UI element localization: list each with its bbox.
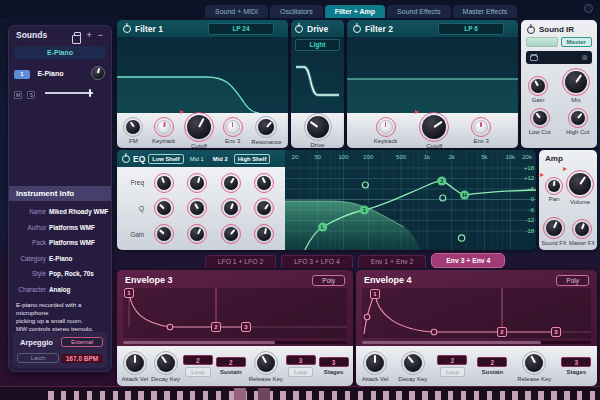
sound-fx-knob[interactable] [546,220,562,236]
eq-node-mid2[interactable]: 2 [437,176,446,185]
ir-lowcut-knob[interactable] [533,111,547,125]
eq-graph[interactable]: L 1 2 H 20 50 100 200 500 1k 2k 5k 10k 2… [285,150,536,250]
eq-gain-knob[interactable] [190,227,204,241]
pan-knob[interactable] [548,180,560,192]
tab-env3-env4[interactable]: Env 3 + Env 4 [431,253,505,268]
bpm-display[interactable]: 167.0 BPM [61,354,103,363]
eq-q-knob[interactable] [224,201,238,215]
env-node-1[interactable]: 1 [125,289,134,298]
decay-key-knob[interactable] [404,354,422,372]
folder-icon[interactable] [530,55,538,61]
filter1-mode-dropdown[interactable]: LP 24 [208,23,274,35]
loop-button[interactable]: Loop [440,367,465,377]
envelope3-graph[interactable]: 1 2 3 [123,288,347,338]
eq-gain-knob[interactable] [224,227,238,241]
eq-handle[interactable] [362,182,368,188]
drive-knob[interactable] [307,116,329,138]
clear-ir-icon[interactable]: ⊗ [581,54,588,62]
eq-node-high[interactable]: H [460,190,469,199]
eq-gain-knob[interactable] [257,227,271,241]
eq-band-low-shelf[interactable]: Low Shelf [148,154,183,164]
envelope4-scrollbar[interactable] [362,341,591,344]
sound-pan-knob[interactable] [91,66,105,80]
power-icon[interactable] [353,25,361,33]
ir-file-bar[interactable]: ⊗ [526,51,592,64]
eq-freq-knob[interactable] [224,176,238,190]
mute-button[interactable]: M [14,91,22,99]
attack-vel-knob[interactable] [126,354,144,372]
sustain-value[interactable]: 2 [477,357,507,367]
stages-value[interactable]: 3 [319,357,349,367]
eq-node-mid1[interactable]: 1 [360,205,369,214]
loop-end-value[interactable]: 3 [286,355,316,365]
arpeggio-latch-button[interactable]: Latch [17,353,59,363]
loop-start-value[interactable]: 2 [183,355,213,365]
pressed-key[interactable] [258,388,270,400]
ir-slot-button[interactable] [526,37,558,47]
fm-knob[interactable] [126,120,140,134]
solo-button[interactable]: S [27,91,35,99]
env3-amount-knob[interactable] [226,120,240,134]
ir-mix-knob[interactable] [565,71,587,93]
filter2-curve-display[interactable] [347,37,518,113]
sustain-value[interactable]: 2 [216,357,246,367]
envelope4-graph[interactable]: 1 2 3 [362,288,591,338]
resonance-knob[interactable] [258,119,274,135]
eq-freq-knob[interactable] [157,176,171,190]
eq-q-knob[interactable] [257,201,271,215]
power-icon[interactable] [123,25,131,33]
loop-button[interactable]: Loop [288,367,313,377]
duplicate-sound-icon[interactable] [74,32,81,39]
eq-handle[interactable] [440,195,446,201]
keytrack-knob[interactable] [379,120,393,134]
tab-sound-effects[interactable]: Sound Effects [387,5,450,18]
ir-highcut-knob[interactable] [571,111,585,125]
env3-amount-knob[interactable] [474,120,488,134]
power-icon[interactable] [527,26,535,34]
header-circle-icon[interactable] [584,4,593,13]
eq-band-mid2[interactable]: Mid 2 [210,155,231,163]
sound-volume-slider[interactable] [45,92,93,94]
eq-q-knob[interactable] [157,201,171,215]
eq-node-low[interactable]: L [318,222,327,231]
ir-gain-knob[interactable] [531,79,545,93]
ir-route-button[interactable]: Master [561,37,593,47]
loop-button[interactable]: Loop [185,367,210,377]
env-node-2[interactable]: 2 [498,328,507,337]
env-handle[interactable] [364,314,370,320]
tab-master-effects[interactable]: Master Effects [453,5,518,18]
env-node-2[interactable]: 2 [212,323,221,332]
env-node-1[interactable]: 1 [371,290,380,299]
power-icon[interactable] [295,25,303,33]
eq-freq-knob[interactable] [257,176,271,190]
eq-freq-knob[interactable] [190,176,204,190]
add-sound-button[interactable]: + [85,31,92,39]
master-fx-knob[interactable] [575,222,589,236]
power-icon[interactable] [122,155,130,163]
arpeggio-external-button[interactable]: External [61,337,103,347]
env-handle[interactable] [167,324,173,330]
filter2-mode-dropdown[interactable]: LP 6 [438,23,504,35]
release-key-knob[interactable] [257,354,275,372]
loop-value[interactable]: 2 [437,355,467,365]
tab-filter-amp[interactable]: Filter + Amp [325,5,385,18]
remove-sound-button[interactable]: − [97,31,104,39]
volume-knob[interactable] [569,173,591,195]
cutoff-knob[interactable] [187,115,211,139]
preset-selector[interactable]: E-Piano [14,46,106,59]
decay-key-knob[interactable] [157,354,175,372]
env-node-3[interactable]: 3 [242,323,251,332]
stages-value[interactable]: 3 [561,357,591,367]
eq-gain-knob[interactable] [157,227,171,241]
env-node-3[interactable]: 3 [552,328,561,337]
release-key-knob[interactable] [525,354,543,372]
voice-mode-button[interactable]: Poly [312,275,345,286]
tab-sound-midi[interactable]: Sound + MIDI [205,5,268,18]
tab-lfo3-lfo4[interactable]: LFO 3 + LFO 4 [281,255,353,268]
attack-vel-knob[interactable] [366,354,384,372]
filter1-curve-display[interactable] [117,37,288,113]
tab-oscillators[interactable]: Oscillators [270,5,323,18]
eq-band-mid1[interactable]: Mid 1 [187,155,207,163]
voice-mode-button[interactable]: Poly [556,275,589,286]
eq-handle[interactable] [458,235,464,241]
